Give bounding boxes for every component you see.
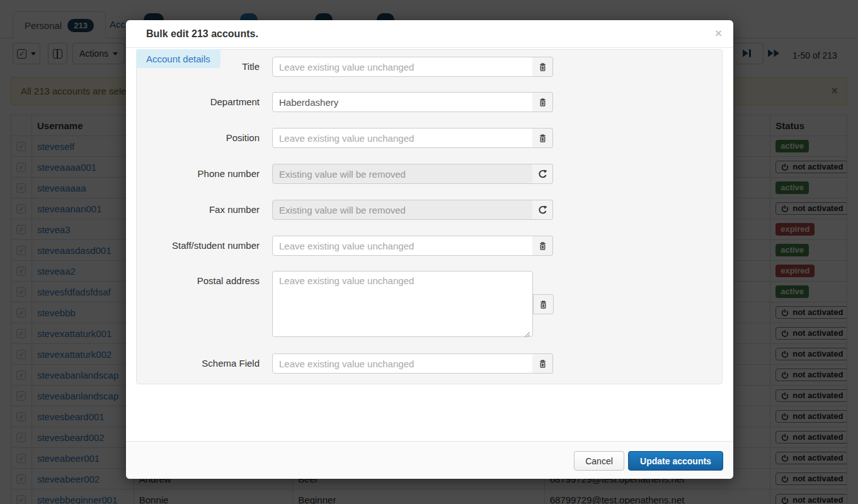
trash-icon bbox=[539, 62, 547, 72]
schema-field-input[interactable] bbox=[272, 353, 533, 374]
department-input[interactable] bbox=[272, 92, 533, 112]
close-icon[interactable]: × bbox=[715, 27, 722, 39]
trash-icon bbox=[539, 359, 547, 369]
trash-icon bbox=[539, 98, 547, 107]
undo-value-button[interactable] bbox=[532, 200, 553, 220]
field-label: Position bbox=[145, 132, 260, 143]
modal-title: Bulk edit 213 accounts. bbox=[146, 28, 258, 40]
modal-header: Bulk edit 213 accounts. × bbox=[126, 20, 733, 48]
field-label: Postal address bbox=[145, 275, 260, 286]
clear-value-button[interactable] bbox=[532, 353, 553, 374]
clear-value-button[interactable] bbox=[532, 236, 553, 256]
undo-icon bbox=[538, 205, 547, 215]
trash-icon bbox=[539, 134, 547, 143]
modal-footer: Cancel Update accounts bbox=[126, 441, 733, 479]
clear-value-button[interactable] bbox=[533, 294, 554, 314]
cancel-button[interactable]: Cancel bbox=[574, 451, 624, 471]
field-label: Schema Field bbox=[145, 358, 260, 369]
resize-handle-icon[interactable] bbox=[523, 329, 530, 340]
field-label: Title bbox=[145, 61, 260, 72]
field-label: Phone number bbox=[145, 168, 260, 179]
update-accounts-button[interactable]: Update accounts bbox=[628, 451, 723, 471]
field-label: Department bbox=[145, 96, 260, 107]
trash-icon bbox=[539, 241, 547, 251]
postal-address-textarea[interactable] bbox=[272, 271, 533, 337]
position-input[interactable] bbox=[272, 128, 533, 148]
phone-number-input[interactable] bbox=[272, 164, 533, 184]
clear-value-button[interactable] bbox=[532, 92, 553, 112]
undo-icon bbox=[538, 169, 547, 179]
field-label: Staff/student number bbox=[145, 240, 260, 251]
clear-value-button[interactable] bbox=[532, 57, 553, 77]
clear-value-button[interactable] bbox=[532, 128, 553, 148]
form-row-postal-address: Postal address bbox=[126, 271, 733, 337]
fax-number-input[interactable] bbox=[272, 200, 533, 220]
field-label: Fax number bbox=[145, 204, 260, 215]
app-root: Personal 213 Acc ✓ Actions 1-50 of 213 A… bbox=[0, 0, 858, 504]
bulk-edit-modal: Bulk edit 213 accounts. × Account detail… bbox=[126, 20, 733, 479]
title-input[interactable] bbox=[272, 57, 533, 77]
trash-icon bbox=[539, 300, 547, 309]
staff-student-number-input[interactable] bbox=[272, 236, 533, 256]
undo-value-button[interactable] bbox=[532, 164, 553, 184]
